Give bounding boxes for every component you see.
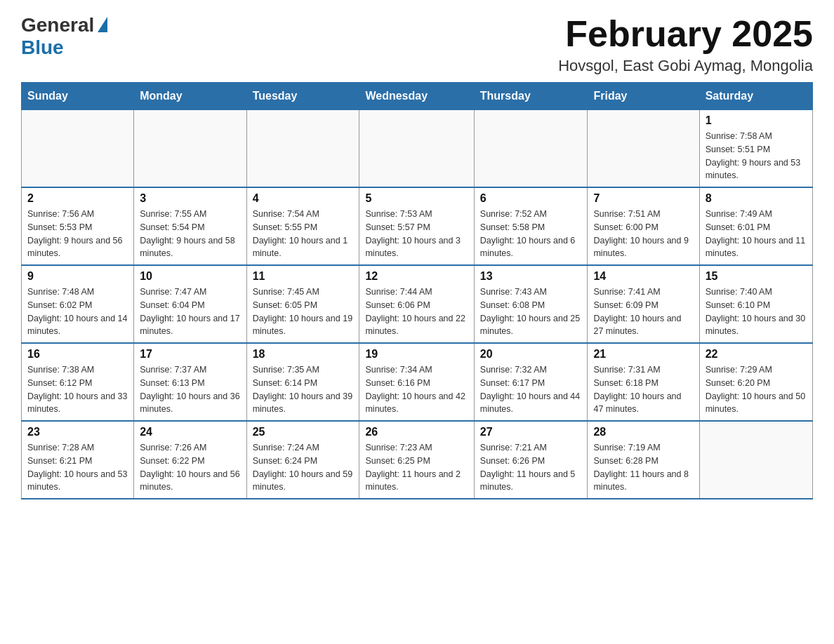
header-row: SundayMondayTuesdayWednesdayThursdayFrid… [22, 83, 813, 110]
day-info: Sunrise: 7:34 AMSunset: 6:16 PMDaylight:… [365, 363, 468, 416]
calendar-cell: 3Sunrise: 7:55 AMSunset: 5:54 PMDaylight… [134, 187, 246, 265]
calendar-cell: 5Sunrise: 7:53 AMSunset: 5:57 PMDaylight… [359, 187, 474, 265]
day-number: 8 [706, 192, 807, 205]
day-number: 11 [253, 270, 354, 283]
day-number: 13 [480, 270, 582, 283]
week-row-3: 9Sunrise: 7:48 AMSunset: 6:02 PMDaylight… [22, 265, 813, 343]
day-number: 6 [480, 192, 582, 205]
week-row-5: 23Sunrise: 7:28 AMSunset: 6:21 PMDayligh… [22, 421, 813, 499]
calendar-cell: 15Sunrise: 7:40 AMSunset: 6:10 PMDayligh… [699, 265, 812, 343]
day-info: Sunrise: 7:51 AMSunset: 6:00 PMDaylight:… [593, 208, 693, 260]
day-number: 27 [480, 426, 582, 438]
day-info: Sunrise: 7:37 AMSunset: 6:13 PMDaylight:… [140, 363, 240, 416]
day-info: Sunrise: 7:28 AMSunset: 6:21 PMDaylight:… [27, 441, 128, 494]
header-day-tuesday: Tuesday [246, 83, 359, 110]
week-row-1: 1Sunrise: 7:58 AMSunset: 5:51 PMDaylight… [22, 110, 813, 188]
calendar-body: 1Sunrise: 7:58 AMSunset: 5:51 PMDaylight… [22, 110, 813, 499]
calendar-cell [588, 110, 699, 188]
day-number: 23 [27, 426, 128, 438]
day-info: Sunrise: 7:58 AMSunset: 5:51 PMDaylight:… [706, 130, 807, 182]
day-info: Sunrise: 7:38 AMSunset: 6:12 PMDaylight:… [27, 363, 128, 416]
calendar-cell: 26Sunrise: 7:23 AMSunset: 6:25 PMDayligh… [359, 421, 474, 499]
day-number: 17 [140, 348, 240, 361]
day-info: Sunrise: 7:54 AMSunset: 5:55 PMDaylight:… [253, 208, 354, 260]
day-number: 24 [140, 426, 240, 438]
title-section: February 2025 Hovsgol, East Gobi Aymag, … [558, 14, 813, 75]
calendar-cell [359, 110, 474, 188]
header-day-monday: Monday [134, 83, 246, 110]
day-info: Sunrise: 7:41 AMSunset: 6:09 PMDaylight:… [593, 286, 693, 338]
calendar-cell: 1Sunrise: 7:58 AMSunset: 5:51 PMDaylight… [699, 110, 812, 188]
day-number: 15 [706, 270, 807, 283]
day-info: Sunrise: 7:32 AMSunset: 6:17 PMDaylight:… [480, 363, 582, 416]
calendar-cell: 17Sunrise: 7:37 AMSunset: 6:13 PMDayligh… [134, 343, 246, 421]
header-day-sunday: Sunday [22, 83, 134, 110]
day-info: Sunrise: 7:44 AMSunset: 6:06 PMDaylight:… [365, 286, 468, 338]
calendar-cell: 28Sunrise: 7:19 AMSunset: 6:28 PMDayligh… [588, 421, 699, 499]
month-title: February 2025 [558, 14, 813, 54]
logo: General Blue [21, 14, 107, 59]
day-number: 9 [27, 270, 128, 283]
day-info: Sunrise: 7:21 AMSunset: 6:26 PMDaylight:… [480, 441, 582, 494]
calendar-cell [22, 110, 134, 188]
day-info: Sunrise: 7:24 AMSunset: 6:24 PMDaylight:… [253, 441, 354, 494]
header-day-wednesday: Wednesday [359, 83, 474, 110]
calendar-cell: 7Sunrise: 7:51 AMSunset: 6:00 PMDaylight… [588, 187, 699, 265]
logo-triangle-icon [98, 17, 107, 32]
day-info: Sunrise: 7:52 AMSunset: 5:58 PMDaylight:… [480, 208, 582, 260]
calendar-cell: 25Sunrise: 7:24 AMSunset: 6:24 PMDayligh… [246, 421, 359, 499]
page-header: General Blue February 2025 Hovsgol, East… [21, 14, 813, 75]
calendar-cell [246, 110, 359, 188]
location-text: Hovsgol, East Gobi Aymag, Mongolia [558, 57, 813, 75]
calendar-cell: 12Sunrise: 7:44 AMSunset: 6:06 PMDayligh… [359, 265, 474, 343]
day-number: 16 [27, 348, 128, 361]
logo-general: General [21, 14, 107, 36]
calendar-cell: 10Sunrise: 7:47 AMSunset: 6:04 PMDayligh… [134, 265, 246, 343]
calendar-cell: 8Sunrise: 7:49 AMSunset: 6:01 PMDaylight… [699, 187, 812, 265]
calendar-cell: 21Sunrise: 7:31 AMSunset: 6:18 PMDayligh… [588, 343, 699, 421]
day-info: Sunrise: 7:40 AMSunset: 6:10 PMDaylight:… [706, 286, 807, 338]
calendar-cell: 14Sunrise: 7:41 AMSunset: 6:09 PMDayligh… [588, 265, 699, 343]
calendar-cell: 24Sunrise: 7:26 AMSunset: 6:22 PMDayligh… [134, 421, 246, 499]
day-number: 7 [593, 192, 693, 205]
day-info: Sunrise: 7:26 AMSunset: 6:22 PMDaylight:… [140, 441, 240, 494]
day-info: Sunrise: 7:45 AMSunset: 6:05 PMDaylight:… [253, 286, 354, 338]
day-number: 20 [480, 348, 582, 361]
calendar-cell: 11Sunrise: 7:45 AMSunset: 6:05 PMDayligh… [246, 265, 359, 343]
calendar-cell: 16Sunrise: 7:38 AMSunset: 6:12 PMDayligh… [22, 343, 134, 421]
day-number: 14 [593, 270, 693, 283]
calendar-cell: 20Sunrise: 7:32 AMSunset: 6:17 PMDayligh… [474, 343, 588, 421]
calendar-cell: 4Sunrise: 7:54 AMSunset: 5:55 PMDaylight… [246, 187, 359, 265]
calendar-cell: 9Sunrise: 7:48 AMSunset: 6:02 PMDaylight… [22, 265, 134, 343]
calendar-cell: 18Sunrise: 7:35 AMSunset: 6:14 PMDayligh… [246, 343, 359, 421]
day-info: Sunrise: 7:31 AMSunset: 6:18 PMDaylight:… [593, 363, 693, 416]
calendar-cell [699, 421, 812, 499]
calendar-cell [474, 110, 588, 188]
header-day-friday: Friday [588, 83, 699, 110]
calendar-cell [134, 110, 246, 188]
logo-blue-text: Blue [21, 36, 64, 59]
day-info: Sunrise: 7:48 AMSunset: 6:02 PMDaylight:… [27, 286, 128, 338]
calendar-cell: 27Sunrise: 7:21 AMSunset: 6:26 PMDayligh… [474, 421, 588, 499]
day-number: 10 [140, 270, 240, 283]
day-number: 22 [706, 348, 807, 361]
day-number: 12 [365, 270, 468, 283]
day-number: 19 [365, 348, 468, 361]
day-info: Sunrise: 7:19 AMSunset: 6:28 PMDaylight:… [593, 441, 693, 494]
day-info: Sunrise: 7:29 AMSunset: 6:20 PMDaylight:… [706, 363, 807, 416]
calendar-cell: 19Sunrise: 7:34 AMSunset: 6:16 PMDayligh… [359, 343, 474, 421]
calendar-cell: 13Sunrise: 7:43 AMSunset: 6:08 PMDayligh… [474, 265, 588, 343]
day-info: Sunrise: 7:43 AMSunset: 6:08 PMDaylight:… [480, 286, 582, 338]
day-number: 18 [253, 348, 354, 361]
calendar-cell: 23Sunrise: 7:28 AMSunset: 6:21 PMDayligh… [22, 421, 134, 499]
day-info: Sunrise: 7:35 AMSunset: 6:14 PMDaylight:… [253, 363, 354, 416]
day-number: 25 [253, 426, 354, 438]
day-info: Sunrise: 7:55 AMSunset: 5:54 PMDaylight:… [140, 208, 240, 260]
week-row-4: 16Sunrise: 7:38 AMSunset: 6:12 PMDayligh… [22, 343, 813, 421]
calendar-cell: 22Sunrise: 7:29 AMSunset: 6:20 PMDayligh… [699, 343, 812, 421]
week-row-2: 2Sunrise: 7:56 AMSunset: 5:53 PMDaylight… [22, 187, 813, 265]
day-info: Sunrise: 7:56 AMSunset: 5:53 PMDaylight:… [27, 208, 128, 260]
logo-general-text: General [21, 14, 94, 36]
calendar-table: SundayMondayTuesdayWednesdayThursdayFrid… [21, 82, 813, 499]
day-number: 21 [593, 348, 693, 361]
